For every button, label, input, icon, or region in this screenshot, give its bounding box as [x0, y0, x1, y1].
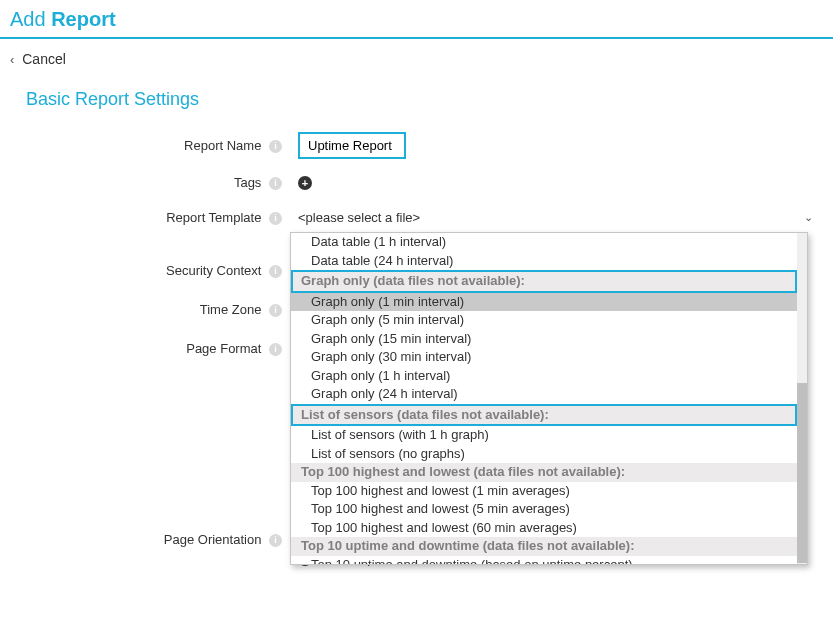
cancel-link[interactable]: ‹ Cancel: [10, 51, 66, 67]
dropdown-item[interactable]: List of sensors (with 1 h graph): [291, 426, 797, 445]
report-template-dropdown: Data table (1 h interval)Data table (24 …: [290, 232, 808, 565]
dropdown-item[interactable]: Graph only (5 min interval): [291, 311, 797, 330]
page-title: Add Report: [10, 8, 116, 30]
cancel-row: ‹ Cancel: [0, 39, 833, 79]
chevron-left-icon: ‹: [10, 52, 14, 67]
dropdown-item[interactable]: Data table (24 h interval): [291, 252, 797, 271]
scrollbar-thumb[interactable]: [797, 383, 807, 563]
dropdown-group: Top 10 uptime and downtime (data files n…: [291, 537, 797, 556]
label-report-name: Report Name i: [0, 138, 290, 153]
info-icon[interactable]: i: [269, 534, 282, 547]
section-title: Basic Report Settings: [0, 79, 833, 124]
info-icon[interactable]: i: [269, 343, 282, 356]
dropdown-item[interactable]: Top 100 highest and lowest (5 min averag…: [291, 500, 797, 519]
cancel-label: Cancel: [22, 51, 66, 67]
row-report-name: Report Name i: [0, 124, 833, 167]
info-icon[interactable]: i: [269, 212, 282, 225]
dropdown-group: Graph only (data files not available):: [291, 270, 797, 293]
info-icon[interactable]: i: [269, 140, 282, 153]
row-report-template: Report Template i <please select a file>…: [0, 198, 833, 237]
dropdown-item[interactable]: Data table (1 h interval): [291, 233, 797, 252]
report-template-select[interactable]: <please select a file> ⌄: [298, 206, 833, 229]
title-bold: Report: [51, 8, 115, 30]
dropdown-item[interactable]: Graph only (24 h interval): [291, 385, 797, 404]
page-header: Add Report: [0, 0, 833, 39]
label-page-format: Page Format i: [0, 341, 290, 356]
row-tags: Tags i +: [0, 167, 833, 198]
report-name-input[interactable]: [298, 132, 406, 159]
label-security-context: Security Context i: [0, 263, 290, 278]
dropdown-item[interactable]: Top 100 highest and lowest (60 min avera…: [291, 519, 797, 538]
label-time-zone: Time Zone i: [0, 302, 290, 317]
label-tags: Tags i: [0, 175, 290, 190]
dropdown-item[interactable]: Graph only (1 min interval): [291, 293, 797, 312]
dropdown-group: Top 100 highest and lowest (data files n…: [291, 463, 797, 482]
dropdown-group: List of sensors (data files not availabl…: [291, 404, 797, 427]
info-icon[interactable]: i: [269, 177, 282, 190]
dropdown-item[interactable]: Graph only (30 min interval): [291, 348, 797, 367]
dropdown-item[interactable]: List of sensors (no graphs): [291, 445, 797, 464]
dropdown-item[interactable]: Graph only (15 min interval): [291, 330, 797, 349]
title-light: Add: [10, 8, 46, 30]
label-page-orientation: Page Orientation i: [0, 528, 290, 547]
dropdown-item[interactable]: Graph only (1 h interval): [291, 367, 797, 386]
add-tag-icon[interactable]: +: [298, 176, 312, 190]
info-icon[interactable]: i: [269, 265, 282, 278]
dropdown-item[interactable]: Top 10 uptime and downtime (based on upt…: [291, 556, 797, 566]
dropdown-item[interactable]: Top 100 highest and lowest (1 min averag…: [291, 482, 797, 501]
info-icon[interactable]: i: [269, 304, 282, 317]
select-value: <please select a file>: [298, 210, 420, 225]
chevron-down-icon: ⌄: [804, 211, 813, 224]
label-report-template: Report Template i: [0, 206, 290, 225]
scrollbar[interactable]: [797, 233, 807, 565]
